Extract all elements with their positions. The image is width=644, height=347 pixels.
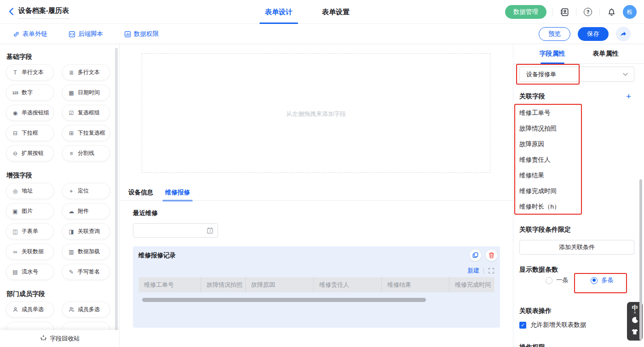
sidebar-scrollbar[interactable] <box>115 48 118 347</box>
add-condition-button[interactable]: 添加关联条件 <box>519 240 634 255</box>
field-pill-attachment[interactable]: ☁ 附件 <box>62 203 110 219</box>
related-field-item[interactable]: 维修责任人 <box>519 152 611 168</box>
related-field-item[interactable]: 维修完成时间 <box>519 183 611 199</box>
recent-repair-date-input[interactable]: 7 <box>133 223 218 238</box>
radio-multi[interactable]: 多条 <box>591 276 614 284</box>
form-external-link[interactable]: 表单外链 <box>13 30 47 38</box>
field-pill-signature[interactable]: ✎ 手写签名 <box>62 264 110 280</box>
notification-bell-icon[interactable] <box>606 6 617 17</box>
tab-device-info[interactable]: 设备信息 <box>128 188 153 201</box>
member-fields-grid: 成员单选 成员多选 <box>0 301 119 318</box>
field-pill-datetime[interactable]: ▦ 日期时间 <box>62 85 110 101</box>
data-permission-link[interactable]: 数据权限 <box>124 30 159 38</box>
field-pill-locate[interactable]: ⌖ 定位 <box>62 183 110 199</box>
topbar-actions: 数据管理 ? 检 <box>505 0 637 24</box>
display-count-radios: 一条 多条 <box>513 276 644 290</box>
radio-one[interactable]: 一条 <box>546 276 569 284</box>
subform-repair-records[interactable]: 维修报修记录 新建 <box>133 246 500 328</box>
form-canvas: 从左侧拖拽来添加字段 设备信息 维修报修 最近维修 7 维修报修记录 <box>120 44 513 347</box>
language-toggle[interactable]: 中 a <box>632 305 638 314</box>
subform-column-header: 故障原因 <box>246 277 314 292</box>
data-manage-button[interactable]: 数据管理 <box>505 5 546 19</box>
field-dropzone[interactable]: 从左侧拖拽来添加字段 <box>142 53 490 173</box>
related-field-item[interactable]: 故障情况拍照 <box>519 121 611 137</box>
field-pill-link-data[interactable]: ∞ 关联数据 <box>6 244 54 260</box>
field-pill-radio-group[interactable]: ◉ 单选按钮组 <box>6 105 54 121</box>
svg-text:7: 7 <box>209 229 211 233</box>
field-pill-multi-select[interactable]: ⊞ 下拉复选框 <box>62 125 110 141</box>
serial-icon: ▤ <box>12 268 19 276</box>
select-icon: ⊟ <box>12 130 19 137</box>
share-button[interactable] <box>616 27 631 41</box>
related-field-item[interactable]: 维修时长（h） <box>519 199 611 215</box>
enhanced-fields-grid: ◎ 地址 ⌖ 定位 ▣ 图片 ☁ 附件 ◫ 子表单 ◨ 关联查询 ∞ 关联数据 … <box>0 183 119 280</box>
help-icon[interactable]: ? <box>582 6 593 17</box>
preview-button[interactable]: 预览 <box>539 27 570 41</box>
address-book-icon[interactable] <box>559 6 570 17</box>
tab-repair-report[interactable]: 维修报修 <box>165 188 190 201</box>
cutoff-section-title: 操作权限 <box>519 343 545 347</box>
subform-column-header: 维修结果 <box>382 277 449 292</box>
extend-button-icon: ⊖ <box>12 150 19 157</box>
related-field-item[interactable]: 维修结果 <box>519 168 611 183</box>
app-root: 设备档案-履历表 表单设计 表单设置 数据管理 ? <box>0 0 644 347</box>
related-form-select[interactable]: 设备报修单 <box>519 67 634 82</box>
locate-icon: ⌖ <box>68 188 75 195</box>
field-pill-multi-text[interactable]: ≣ 多行文本 <box>62 64 110 80</box>
tab-form-settings[interactable]: 表单设置 <box>322 0 350 24</box>
field-pill-single-text[interactable]: T 单行文本 <box>6 64 54 80</box>
page-scrollbar[interactable] <box>639 179 642 340</box>
field-pill-number[interactable]: 123 数字 <box>6 85 54 101</box>
allow-add-checkbox-row[interactable]: ✓ 允许新增关联表数据 <box>519 321 586 329</box>
address-icon: ◎ <box>12 188 19 195</box>
user-avatar[interactable]: 检 <box>623 5 637 19</box>
form-title[interactable]: 设备档案-履历表 <box>18 6 69 19</box>
delete-button[interactable] <box>486 250 497 261</box>
recycle-icon <box>40 335 47 342</box>
radio-multi-circle <box>591 277 598 284</box>
backend-script-link[interactable]: 后端脚本 <box>69 30 103 38</box>
expand-icon[interactable] <box>488 267 494 274</box>
field-pill-data-load[interactable]: ▥ 数据加载 <box>62 244 110 260</box>
field-pill-address[interactable]: ◎ 地址 <box>6 183 54 199</box>
related-field-item[interactable]: 维修工单号 <box>519 105 611 121</box>
datetime-icon: ▦ <box>68 89 75 97</box>
related-form-value: 设备报修单 <box>526 70 623 79</box>
field-palette-sidebar: 基础字段 T 单行文本 ≣ 多行文本 123 数字 ▦ 日期时间 ◉ 单选按钮组… <box>0 44 120 347</box>
divider <box>599 8 600 16</box>
related-field-item[interactable]: 故障原因 <box>519 137 611 152</box>
back-icon[interactable] <box>7 7 17 17</box>
field-pill-image[interactable]: ▣ 图片 <box>6 203 54 219</box>
field-pill-member-multi[interactable]: 成员多选 <box>62 301 110 318</box>
tab-form-properties[interactable]: 表单属性 <box>593 44 619 64</box>
allow-add-label: 允许新增关联表数据 <box>530 321 586 329</box>
field-pill-link-query[interactable]: ◨ 关联查询 <box>62 223 110 239</box>
add-field-plus-icon[interactable]: + <box>626 92 631 101</box>
subform-horizontal-scrollbar[interactable] <box>142 298 426 302</box>
signature-icon: ✎ <box>68 268 75 276</box>
subform-column-header: 故障情况拍照 <box>201 277 246 292</box>
field-pill-select[interactable]: ⊟ 下拉框 <box>6 125 54 141</box>
field-pill-member-single[interactable]: 成员单选 <box>6 301 54 318</box>
display-count-title: 显示数据条数 <box>519 266 558 274</box>
field-pill-checkbox-group[interactable]: ☑ 复选框组 <box>62 105 110 121</box>
field-recycle-bin[interactable]: 字段回收站 <box>0 330 120 347</box>
field-pill-extend-button[interactable]: ⊖ 扩展按钮 <box>6 145 54 161</box>
image-icon: ▣ <box>12 208 19 215</box>
single-text-icon: T <box>12 69 19 76</box>
multi-select-icon: ⊞ <box>68 130 75 137</box>
radio-one-circle <box>546 277 552 284</box>
save-button[interactable]: 保存 <box>578 27 609 41</box>
field-pill-divider[interactable]: ≡ 分割线 <box>62 145 110 161</box>
link-data-icon: ∞ <box>12 248 19 256</box>
dark-mode-moon-icon[interactable] <box>631 316 639 326</box>
theme-tshirt-icon[interactable] <box>631 328 638 337</box>
field-pill-serial[interactable]: ▤ 流水号 <box>6 264 54 280</box>
tab-form-design[interactable]: 表单设计 <box>265 0 293 24</box>
tab-field-properties[interactable]: 字段属性 <box>540 44 565 64</box>
form-toolbar: 表单外链 后端脚本 数据权限 预览 保存 <box>0 24 644 44</box>
duplicate-button[interactable] <box>470 250 481 261</box>
canvas-tabs: 设备信息 维修报修 <box>128 188 190 201</box>
new-record-link[interactable]: 新建 <box>467 267 479 275</box>
field-pill-subform[interactable]: ◫ 子表单 <box>6 223 54 239</box>
